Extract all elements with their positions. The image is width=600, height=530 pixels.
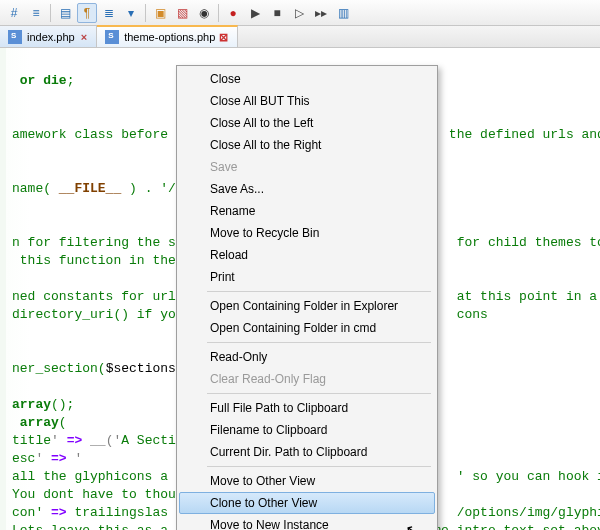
menu-item-move-to-new-instance[interactable]: Move to New Instance — [179, 514, 435, 530]
tab-label: theme-options.php — [124, 31, 215, 43]
file-icon — [105, 30, 119, 44]
play-icon[interactable]: ▶ — [245, 3, 265, 23]
tab-theme-options-php[interactable]: theme-options.php⊠ — [97, 25, 238, 47]
tab-index-php[interactable]: index.php× — [0, 26, 97, 47]
menu-item-current-dir-path-to-clipboard[interactable]: Current Dir. Path to Clipboard — [179, 441, 435, 463]
close-icon[interactable]: × — [80, 31, 88, 43]
eye-icon[interactable]: ◉ — [194, 3, 214, 23]
align-left-icon[interactable]: ≡ — [26, 3, 46, 23]
down-icon[interactable]: ▾ — [121, 3, 141, 23]
stop-icon[interactable]: ■ — [267, 3, 287, 23]
menu-separator — [207, 291, 431, 292]
menu-item-filename-to-clipboard[interactable]: Filename to Clipboard — [179, 419, 435, 441]
menu-item-reload[interactable]: Reload — [179, 244, 435, 266]
lines-icon[interactable]: ≣ — [99, 3, 119, 23]
hash-icon[interactable]: # — [4, 3, 24, 23]
tab-context-menu: CloseClose All BUT ThisClose All to the … — [176, 65, 438, 530]
menu-item-rename[interactable]: Rename — [179, 200, 435, 222]
menu-item-open-containing-folder-in-explorer[interactable]: Open Containing Folder in Explorer — [179, 295, 435, 317]
file-icon — [8, 30, 22, 44]
menu-item-close-all-to-the-left[interactable]: Close All to the Left — [179, 112, 435, 134]
menu-item-clone-to-other-view[interactable]: Clone to Other View — [179, 492, 435, 514]
tab-label: index.php — [27, 31, 75, 43]
unsaved-indicator-icon[interactable]: ⊠ — [218, 31, 229, 44]
menu-item-close-all-to-the-right[interactable]: Close All to the Right — [179, 134, 435, 156]
toolbar-separator — [218, 4, 219, 22]
toolbar-separator — [50, 4, 51, 22]
record-icon[interactable]: ● — [223, 3, 243, 23]
menu-item-close-all-but-this[interactable]: Close All BUT This — [179, 90, 435, 112]
menu-item-open-containing-folder-in-cmd[interactable]: Open Containing Folder in cmd — [179, 317, 435, 339]
list-icon[interactable]: ▥ — [333, 3, 353, 23]
menu-item-clear-read-only-flag: Clear Read-Only Flag — [179, 368, 435, 390]
menu-item-read-only[interactable]: Read-Only — [179, 346, 435, 368]
menu-item-move-to-recycle-bin[interactable]: Move to Recycle Bin — [179, 222, 435, 244]
menu-item-print[interactable]: Print — [179, 266, 435, 288]
menu-item-full-file-path-to-clipboard[interactable]: Full File Path to Clipboard — [179, 397, 435, 419]
tab-bar: index.php×theme-options.php⊠ — [0, 26, 600, 48]
pilcrow-icon[interactable]: ¶ — [77, 3, 97, 23]
menu-separator — [207, 342, 431, 343]
menu-item-move-to-other-view[interactable]: Move to Other View — [179, 470, 435, 492]
editor-area[interactable]: or die; amework class before the defined… — [0, 48, 600, 530]
menu-item-save-as[interactable]: Save As... — [179, 178, 435, 200]
menu-item-save: Save — [179, 156, 435, 178]
toolbar: #≡▤¶≣▾▣▧◉●▶■▷▸▸▥ — [0, 0, 600, 26]
toolbar-separator — [145, 4, 146, 22]
menu-separator — [207, 466, 431, 467]
step-icon[interactable]: ▷ — [289, 3, 309, 23]
doc-red-icon[interactable]: ▧ — [172, 3, 192, 23]
folder-icon[interactable]: ▣ — [150, 3, 170, 23]
ff-icon[interactable]: ▸▸ — [311, 3, 331, 23]
columns-icon[interactable]: ▤ — [55, 3, 75, 23]
menu-separator — [207, 393, 431, 394]
menu-item-close[interactable]: Close — [179, 68, 435, 90]
